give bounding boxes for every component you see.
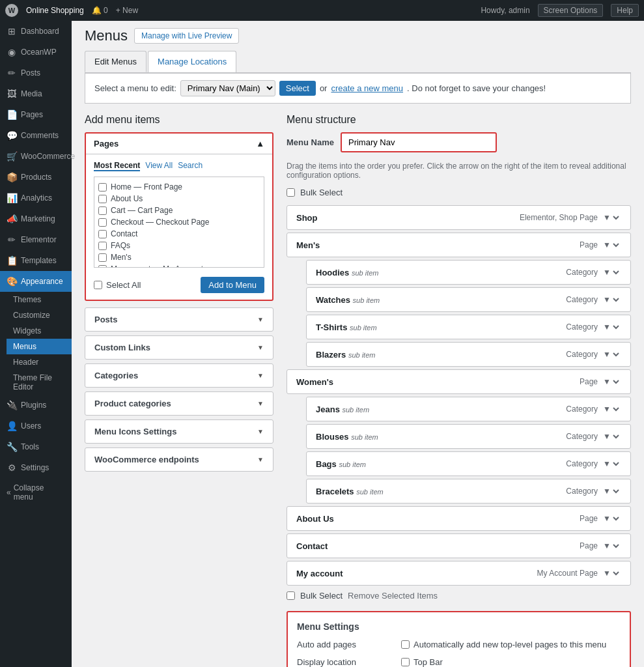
- page-item-label: About Us: [111, 194, 143, 203]
- sidebar-item-pages[interactable]: 📄 Pages: [0, 104, 72, 125]
- product-categories-header[interactable]: Product categories ▼: [85, 392, 273, 415]
- sidebar-item-posts[interactable]: ✏ Posts: [0, 63, 72, 83]
- search-tab[interactable]: Search: [178, 161, 203, 171]
- location-top-bar-checkbox[interactable]: [401, 658, 410, 666]
- menu-item-row: Blazers sub item Category ▼: [307, 343, 630, 366]
- menu-item-type-select[interactable]: ▼: [600, 459, 621, 469]
- new-item[interactable]: + New: [116, 6, 138, 15]
- sidebar-item-analytics[interactable]: 📊 Analytics: [0, 188, 72, 208]
- menu-item-type-select[interactable]: ▼: [600, 267, 621, 277]
- custom-links-collapsible: Custom Links ▼: [85, 335, 273, 360]
- menu-item-watches: Watches sub item Category ▼: [306, 287, 631, 312]
- menu-item-row: Men's Page ▼: [287, 233, 630, 257]
- menu-item-type-select[interactable]: ▼: [600, 404, 621, 414]
- posts-collapsible: Posts ▼: [85, 307, 273, 332]
- select-all-text: Select All: [106, 280, 141, 290]
- menu-item-type-select[interactable]: ▼: [600, 294, 621, 305]
- menu-item-type-select[interactable]: ▼: [600, 240, 621, 250]
- sidebar-item-templates[interactable]: 📋 Templates: [0, 250, 72, 271]
- menu-item-type-select[interactable]: ▼: [600, 486, 621, 496]
- menu-item-type-select[interactable]: ▼: [600, 322, 621, 332]
- collapse-menu[interactable]: « Collapse menu: [0, 478, 72, 507]
- sidebar-item-plugins[interactable]: 🔌 Plugins: [0, 395, 72, 416]
- manage-live-preview-btn[interactable]: Manage with Live Preview: [134, 28, 239, 44]
- menu-icons-header[interactable]: Menu Icons Settings ▼: [85, 420, 273, 443]
- select-all-checkbox[interactable]: [94, 281, 102, 289]
- posts-collapsible-header[interactable]: Posts ▼: [85, 308, 273, 331]
- sidebar-item-elementor[interactable]: ✏ Elementor: [0, 229, 72, 250]
- page-checkbox-myaccount[interactable]: [98, 265, 107, 268]
- sidebar-item-appearance[interactable]: 🎨 Appearance: [0, 271, 72, 292]
- tab-edit-menus[interactable]: Edit Menus: [85, 51, 147, 72]
- menu-name-input[interactable]: [341, 132, 497, 152]
- menu-item-type-select[interactable]: ▼: [600, 212, 621, 223]
- sidebar-item-customize[interactable]: Customize: [7, 307, 72, 323]
- page-checkbox-checkout[interactable]: [98, 218, 107, 227]
- select-all-label[interactable]: Select All: [94, 280, 141, 290]
- menu-item-type-select[interactable]: ▼: [600, 431, 621, 442]
- categories-collapsible: Categories ▼: [85, 363, 273, 388]
- menu-item-type-select[interactable]: ▼: [600, 349, 621, 360]
- menu-select[interactable]: Primary Nav (Main): [180, 80, 275, 96]
- site-name[interactable]: Online Shopping: [26, 6, 84, 15]
- page-checkbox-cart[interactable]: [98, 206, 107, 215]
- location-top-bar[interactable]: Top Bar: [401, 657, 621, 667]
- add-to-menu-btn[interactable]: Add to Menu: [201, 277, 264, 293]
- woocommerce-endpoints-header[interactable]: WooCommerce endpoints ▼: [85, 448, 273, 471]
- select-all-row: Select All Add to Menu: [94, 273, 264, 293]
- notifications[interactable]: 🔔 0: [92, 6, 108, 15]
- sub-label: sub item: [343, 406, 370, 414]
- sidebar-item-settings[interactable]: ⚙ Settings: [0, 457, 72, 478]
- sidebar-item-tools[interactable]: 🔧 Tools: [0, 436, 72, 457]
- menu-item-type: Page ▼: [580, 513, 621, 524]
- menu-item-type: Category ▼: [566, 459, 621, 469]
- screen-options-btn[interactable]: Screen Options: [538, 4, 604, 17]
- page-checkbox-home[interactable]: [98, 183, 107, 192]
- page-checkbox-about[interactable]: [98, 195, 107, 203]
- sidebar-item-oceanwp[interactable]: ◉ OceanWP: [0, 42, 72, 63]
- tab-manage-locations[interactable]: Manage Locations: [148, 51, 236, 72]
- bulk-select-checkbox-top[interactable]: [287, 188, 295, 197]
- pages-tab-links: Most Recent View All Search: [94, 161, 264, 171]
- sidebar-item-dashboard[interactable]: ⊞ Dashboard: [0, 21, 72, 42]
- display-location-label: Display location: [297, 657, 388, 667]
- menu-item-type-select[interactable]: ▼: [600, 541, 621, 551]
- sidebar-item-menus[interactable]: Menus: [7, 339, 72, 354]
- view-all-tab[interactable]: View All: [145, 161, 173, 171]
- select-btn[interactable]: Select: [279, 81, 316, 96]
- sidebar-item-users[interactable]: 👤 Users: [0, 416, 72, 436]
- menu-item-name: T-Shirts sub item: [316, 322, 377, 332]
- most-recent-tab[interactable]: Most Recent: [94, 161, 140, 171]
- menu-item-type-select[interactable]: ▼: [600, 513, 621, 524]
- categories-header[interactable]: Categories ▼: [85, 364, 273, 387]
- sidebar-item-marketing[interactable]: 📣 Marketing: [0, 208, 72, 229]
- page-checkbox-mens[interactable]: [98, 253, 107, 262]
- list-item: Men's: [98, 251, 260, 263]
- auto-add-checkbox[interactable]: [401, 640, 410, 649]
- analytics-icon: 📊: [7, 193, 17, 203]
- help-btn[interactable]: Help: [611, 4, 639, 17]
- sidebar-item-widgets[interactable]: Widgets: [7, 323, 72, 339]
- create-new-menu-link[interactable]: create a new menu: [331, 83, 403, 93]
- sidebar-item-woocommerce[interactable]: 🛒 WooCommerce: [0, 146, 72, 167]
- pages-box-header[interactable]: Pages ▲: [86, 134, 272, 154]
- sidebar-item-themes[interactable]: Themes: [7, 292, 72, 307]
- menu-item-type: Category ▼: [566, 267, 621, 277]
- page-checkbox-contact[interactable]: [98, 230, 107, 238]
- wp-logo[interactable]: W: [5, 4, 18, 17]
- plugins-icon: 🔌: [7, 400, 17, 410]
- menu-item-type-select[interactable]: ▼: [600, 376, 621, 387]
- custom-links-header[interactable]: Custom Links ▼: [85, 336, 273, 359]
- menu-icons-label: Menu Icons Settings: [94, 427, 176, 436]
- remove-selected-link[interactable]: Remove Selected Items: [348, 591, 438, 601]
- bulk-select-checkbox-bottom[interactable]: [287, 591, 295, 600]
- menu-settings-box: Menu Settings Auto add pages Automatical…: [287, 611, 631, 667]
- sidebar-item-products[interactable]: 📦 Products: [0, 167, 72, 188]
- menu-item-type-select[interactable]: ▼: [600, 568, 621, 578]
- page-checkbox-faqs[interactable]: [98, 242, 107, 250]
- sidebar-item-header[interactable]: Header: [7, 354, 72, 370]
- auto-add-checkbox-label[interactable]: Automatically add new top-level pages to…: [401, 640, 621, 649]
- sidebar-item-media[interactable]: 🖼 Media: [0, 83, 72, 104]
- sidebar-item-comments[interactable]: 💬 Comments: [0, 125, 72, 146]
- sidebar-item-theme-file-editor[interactable]: Theme File Editor: [7, 370, 72, 395]
